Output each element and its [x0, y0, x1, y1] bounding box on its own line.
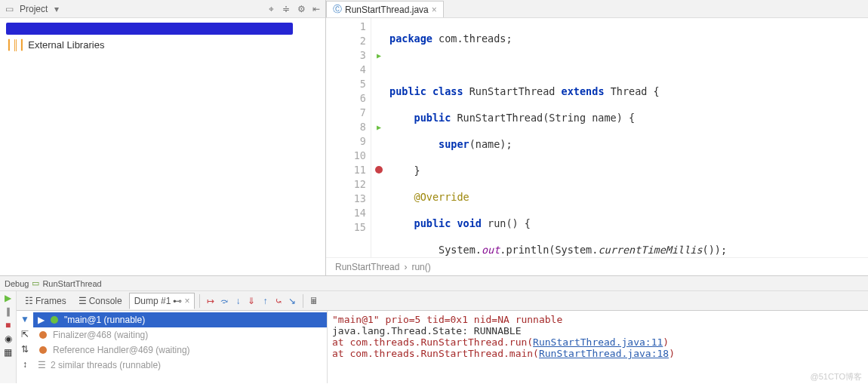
external-libraries-node[interactable]: ┃║┃ External Libraries	[6, 38, 319, 52]
filter-icon[interactable]: ▼	[20, 314, 29, 324]
force-step-into-icon[interactable]: ⇓	[245, 295, 257, 307]
thread-waiting-icon	[38, 345, 48, 355]
resume-icon[interactable]: ▶	[5, 293, 11, 303]
dropdown-icon[interactable]: ▾	[51, 3, 63, 15]
stack-line: at com.threads.RunStartThread.run(RunSta…	[332, 336, 863, 348]
target-icon[interactable]: ⌖	[265, 3, 277, 15]
project-tool-window: ▭ Project ▾ ⌖ ≑ ⚙ ⇤ ┃║┃ External Librari…	[0, 0, 326, 275]
stack-link[interactable]: RunStartThread.java:11	[533, 336, 663, 348]
merge-icon[interactable]: ↕	[23, 359, 27, 370]
debug-tool-window: ▶ ∥ ■ ◉ ▦ ☷Frames ☰Console Dump #1 ⊷× ↦ …	[0, 291, 868, 383]
run-to-cursor-icon[interactable]: ↘	[286, 295, 298, 307]
breadcrumb[interactable]: RunStartThread › run()	[326, 257, 868, 275]
thread-main[interactable]: ▶ "main@1 (runnable)	[33, 312, 327, 327]
run-config-name: RunStartThread	[42, 279, 101, 288]
thread-waiting-icon	[38, 330, 48, 340]
thread-right-arrow-icon: ▶	[38, 315, 45, 325]
line-number-gutter: 1 2 3 4 5 6 7 8 9 10 11 12 13 14 15	[326, 18, 371, 257]
editor-panel: Ⓒ RunStartThread.java × 1 2 3 4 5 6 7 8 …	[326, 0, 868, 275]
debug-side-toolbar: ▶ ∥ ■ ◉ ▦	[0, 291, 17, 383]
run-config-icon: ▭	[32, 278, 39, 288]
project-title: Project	[20, 4, 48, 14]
pause-icon[interactable]: ∥	[6, 306, 11, 317]
frames-icon: ☷	[25, 296, 33, 306]
code-editor[interactable]: 1 2 3 4 5 6 7 8 9 10 11 12 13 14 15 pack…	[326, 18, 868, 257]
console-icon: ☰	[78, 296, 87, 306]
editor-tab[interactable]: Ⓒ RunStartThread.java ×	[326, 1, 444, 17]
pin-icon[interactable]: ⊷	[173, 296, 182, 306]
close-dump-icon[interactable]: ×	[184, 296, 189, 306]
thread-similar-group[interactable]: ☰ 2 similar threads (runnable)	[33, 358, 327, 373]
editor-tab-bar: Ⓒ RunStartThread.java ×	[326, 0, 868, 18]
frames-tab[interactable]: ☷Frames	[20, 293, 72, 309]
layout-icon[interactable]: ▦	[4, 347, 12, 358]
thread-refhandler[interactable]: Reference Handler@469 (waiting)	[33, 343, 327, 358]
svg-point-0	[51, 316, 58, 324]
thread-finalizer[interactable]: Finalizer@468 (waiting)	[33, 327, 327, 343]
chevron-right-icon: ›	[404, 262, 407, 272]
editor-tab-label: RunStartThread.java	[345, 5, 429, 15]
project-header: ▭ Project ▾ ⌖ ≑ ⚙ ⇤	[0, 0, 325, 18]
stack-icon: ☰	[38, 360, 46, 370]
class-file-icon: Ⓒ	[333, 3, 342, 16]
debug-tab-bar: ☷Frames ☰Console Dump #1 ⊷× ↦ ⤼ ↓ ⇓ ↑ ⤿ …	[17, 291, 868, 311]
stop-icon[interactable]: ■	[5, 320, 11, 330]
threads-panel: ▼ ⇱ ⇅ ↕ ▶ "main@1 (runnable) Finalizer@4…	[17, 311, 328, 383]
dump-tab[interactable]: Dump #1 ⊷×	[129, 293, 195, 309]
stack-line: "main@1" prio=5 tid=0x1 nid=NA runnable	[332, 314, 863, 325]
stack-line: at com.threads.RunStartThread.main(RunSt…	[332, 348, 863, 359]
svg-point-2	[39, 346, 47, 354]
breakpoints-icon[interactable]: ◉	[5, 333, 12, 344]
code-area[interactable]: package com.threads; public class RunSta…	[371, 18, 868, 257]
show-exec-icon[interactable]: ↦	[205, 295, 217, 307]
step-out-icon[interactable]: ↑	[259, 295, 271, 307]
debug-header: Debug ▭ RunStartThread	[0, 276, 868, 291]
hide-icon[interactable]: ⇤	[310, 3, 322, 15]
sort-icon[interactable]: ⇅	[21, 344, 29, 355]
breadcrumb-class[interactable]: RunStartThread	[335, 262, 399, 272]
close-tab-icon[interactable]: ×	[432, 5, 437, 15]
stack-link[interactable]: RunStartThread.java:18	[539, 348, 669, 359]
evaluate-icon[interactable]: 🖩	[308, 295, 320, 307]
export-icon[interactable]: ⇱	[21, 329, 29, 339]
console-tab[interactable]: ☰Console	[73, 293, 128, 309]
project-tree[interactable]: ┃║┃ External Libraries	[0, 18, 325, 275]
redacted-project-root	[6, 23, 293, 35]
breadcrumb-method[interactable]: run()	[411, 262, 430, 272]
library-icon: ┃║┃	[6, 39, 25, 51]
collapse-icon[interactable]: ≑	[280, 3, 292, 15]
debug-label: Debug	[5, 279, 29, 288]
stack-trace[interactable]: "main@1" prio=5 tid=0x1 nid=NA runnable …	[328, 311, 868, 383]
project-icon: ▭	[3, 3, 15, 15]
drop-frame-icon[interactable]: ⤿	[272, 295, 285, 307]
gear-icon[interactable]: ⚙	[295, 3, 307, 15]
step-into-icon[interactable]: ↓	[232, 295, 244, 307]
stack-line: java.lang.Thread.State: RUNNABLE	[332, 325, 863, 336]
watermark: @51CTO博客	[811, 371, 862, 382]
thread-runnable-icon	[49, 315, 60, 325]
thread-list[interactable]: ▶ "main@1 (runnable) Finalizer@468 (wait…	[33, 311, 327, 383]
step-over-icon[interactable]: ⤼	[218, 295, 230, 307]
svg-point-1	[39, 331, 47, 339]
external-libraries-label: External Libraries	[28, 39, 104, 51]
